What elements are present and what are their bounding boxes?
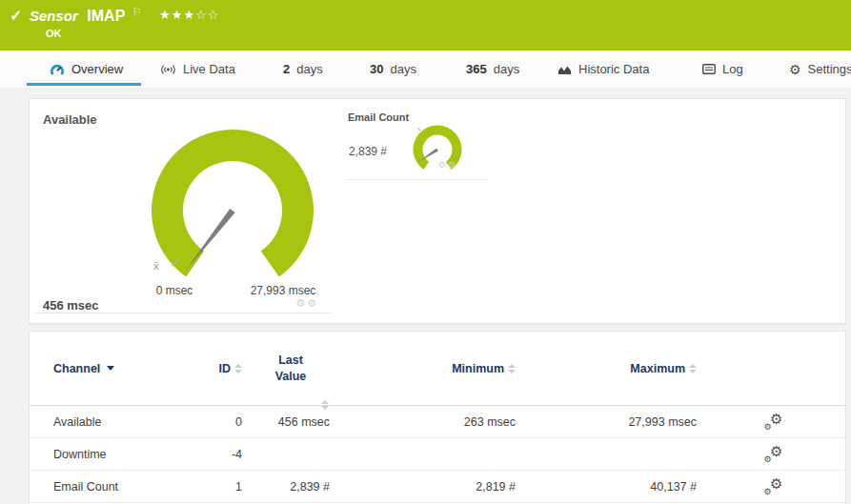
gauge-scale-max: 27,993 msec — [236, 284, 330, 297]
stars-empty[interactable]: ☆☆ — [195, 8, 219, 22]
channel-last-value: 2,839 # — [247, 480, 334, 494]
tab-log[interactable]: Log — [702, 50, 743, 88]
channel-name[interactable]: Downtime — [30, 448, 209, 461]
column-label: Last Value — [269, 353, 313, 385]
sensor-name: IMAP — [87, 8, 125, 24]
channel-maximum: 40,137 # — [520, 480, 701, 494]
channel-minimum: 2,819 # — [334, 480, 520, 494]
edit-channel-icon[interactable]: ⚙⚙ — [764, 446, 783, 463]
tab-historic-data[interactable]: Historic Data — [557, 50, 649, 88]
sort-desc-icon — [107, 366, 114, 371]
tab-365-days[interactable]: 365 days — [466, 50, 519, 88]
column-header-maximum[interactable]: Maximum — [520, 362, 701, 375]
gear-icon[interactable]: ⚙ — [295, 297, 307, 309]
tab-30-days[interactable]: 30 days — [370, 50, 416, 88]
column-label: Maximum — [630, 362, 685, 375]
tab-number: 2 — [283, 62, 290, 76]
sensor-title-prefix: Sensor — [30, 8, 78, 24]
channel-minimum: 263 msec — [334, 415, 520, 429]
live-data-icon — [160, 64, 176, 75]
channel-name[interactable]: Email Count — [30, 480, 209, 494]
gauge-settings-icons[interactable]: ⚙⚙ — [295, 297, 318, 310]
channel-id: 0 — [209, 415, 247, 429]
table-row: Email Count 1 2,839 # 2,819 # 40,137 # ⚙… — [30, 471, 845, 503]
column-label: Channel — [53, 362, 100, 375]
tab-label: Historic Data — [578, 62, 649, 76]
edit-channel-icon[interactable]: ⚙⚙ — [764, 478, 783, 495]
content-area: Available x̄ 0 msec 27,993 msec 456 msec… — [0, 88, 851, 504]
tab-2-days[interactable]: 2 days — [283, 50, 323, 88]
gauges-panel: Available x̄ 0 msec 27,993 msec 456 msec… — [29, 98, 846, 324]
active-tab-underline — [27, 83, 141, 86]
gauge-title: Email Count — [348, 111, 409, 123]
tab-live-data[interactable]: Live Data — [160, 50, 235, 88]
gear-icon[interactable]: ⚙ — [438, 160, 448, 170]
column-label: Minimum — [452, 362, 504, 375]
average-marker-label: x̄ — [153, 260, 159, 272]
gauge-cell-email-count: Email Count 2,839 # ⚙⚙ — [347, 103, 488, 180]
tab-settings[interactable]: ⚙ Settings — [789, 50, 851, 88]
gauge-current-value: 456 msec — [43, 298, 99, 312]
channel-id: 1 — [209, 480, 247, 494]
channel-name[interactable]: Available — [30, 415, 209, 429]
channel-maximum: 27,993 msec — [520, 415, 701, 429]
priority-stars[interactable]: ★★★☆☆ — [159, 8, 219, 22]
tab-label: Overview — [71, 62, 123, 76]
tab-bar: Overview Live Data 2 days 30 days 365 da… — [0, 50, 851, 88]
status-check-icon: ✓ — [10, 7, 22, 25]
table-row: Downtime -4 ⚙⚙ — [30, 438, 845, 471]
priority-flag-icon[interactable]: ⚐ — [132, 6, 142, 17]
tab-label: Log — [722, 62, 743, 76]
column-header-channel[interactable]: Channel — [30, 362, 209, 375]
tab-label: Live Data — [183, 62, 235, 76]
table-row: Available 0 456 msec 263 msec 27,993 mse… — [30, 406, 845, 438]
tab-label: Settings — [808, 62, 851, 76]
tab-label: days — [296, 62, 322, 76]
channels-panel: Channel ID Last Value Minimum Maximum — [29, 331, 846, 504]
column-header-id[interactable]: ID — [209, 362, 247, 375]
gauge-title: Available — [43, 112, 97, 127]
sort-icon — [321, 400, 329, 410]
pin-icon[interactable]: ⚙ — [448, 160, 457, 170]
stars-filled[interactable]: ★★★ — [159, 8, 195, 22]
sort-icon — [689, 364, 697, 373]
pin-icon[interactable]: ⚙ — [307, 297, 318, 309]
column-label: ID — [219, 362, 232, 375]
gauge-scale-min: 0 msec — [145, 284, 204, 297]
tab-number: 365 — [466, 62, 487, 76]
tab-number: 30 — [370, 62, 383, 76]
status-badge: OK — [46, 28, 62, 39]
gauge-current-value: 2,839 # — [349, 145, 387, 158]
sensor-title: Sensor IMAP ⚐ ★★★☆☆ — [30, 6, 219, 25]
edit-channel-icon[interactable]: ⚙⚙ — [764, 413, 783, 431]
gauge-cell-available: Available x̄ 0 msec 27,993 msec 456 msec… — [34, 103, 332, 313]
column-header-minimum[interactable]: Minimum — [334, 362, 520, 375]
gauge-icon — [50, 63, 65, 76]
sort-icon — [234, 364, 242, 373]
channel-table-header: Channel ID Last Value Minimum Maximum — [30, 332, 845, 406]
log-icon — [702, 64, 716, 74]
historic-chart-icon — [557, 64, 572, 75]
tab-label: days — [390, 62, 415, 76]
channel-id: -4 — [209, 448, 247, 461]
gauge-settings-icons[interactable]: ⚙⚙ — [438, 160, 457, 170]
available-gauge: x̄ — [137, 125, 328, 289]
sensor-header: ✓ Sensor IMAP ⚐ ★★★☆☆ OK — [0, 0, 851, 50]
tab-label: days — [494, 62, 519, 76]
peak-tick — [418, 128, 421, 131]
gear-icon: ⚙ — [789, 63, 801, 76]
channel-last-value: 456 msec — [247, 415, 334, 429]
column-header-last-value[interactable]: Last Value — [247, 353, 334, 385]
sort-icon — [508, 364, 516, 373]
